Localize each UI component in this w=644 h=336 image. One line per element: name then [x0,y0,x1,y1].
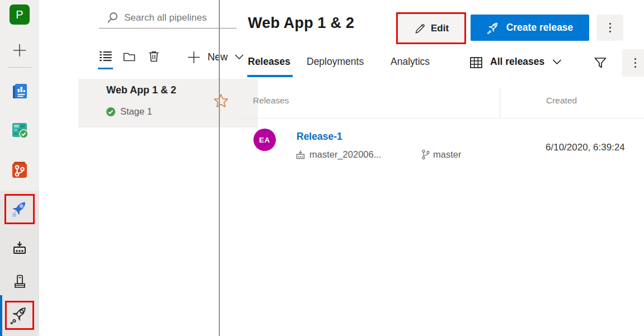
repos-icon[interactable] [10,160,29,179]
search-input[interactable] [124,10,234,26]
pipelines-icon[interactable] [9,198,30,220]
pipelines-list-panel: New Web App 1 & 2 Stage 1 [39,0,219,336]
active-view-underline [98,68,113,69]
pipelines-annotation-box [4,194,35,224]
column-divider[interactable] [500,88,500,119]
column-header-created[interactable]: Created [546,96,577,106]
releases-icon[interactable] [10,305,30,325]
pencil-icon [413,22,425,34]
active-tab-underline [247,75,293,77]
add-project-item-icon[interactable] [12,42,27,58]
library-icon[interactable] [11,273,28,290]
pipeline-list-item[interactable]: Web App 1 & 2 Stage 1 [78,79,258,127]
avatar: EA [253,129,276,151]
artifact-icon [295,150,305,160]
ellipsis-dot [609,23,611,25]
filter-icon[interactable] [593,55,608,70]
folder-view-icon[interactable] [122,49,137,64]
table-grid-icon [469,55,483,70]
rail-divider [8,67,31,68]
trash-icon[interactable] [147,49,161,64]
search-icon [106,11,119,24]
plus-icon [187,50,201,64]
search-underline [99,28,237,29]
created-timestamp: 6/10/2020, 6:39:24 [546,142,625,153]
panel-divider[interactable] [219,0,220,336]
favorite-star-icon[interactable] [213,93,229,108]
header-bottom-border [239,118,644,119]
git-branch-icon [421,149,431,160]
tab-row-more-options-button[interactable] [622,49,644,77]
create-release-label: Create release [506,22,574,34]
project-avatar[interactable]: P [10,4,30,25]
releases-annotation-box [5,301,34,330]
azure-devops-release-page: P [0,0,644,336]
project-nav-rail: P [0,0,39,336]
stage-label: Stage 1 [120,106,152,117]
edit-annotation-box: Edit [396,12,466,44]
view-dropdown-label: All releases [490,56,544,68]
tab-releases[interactable]: Releases [248,56,290,68]
new-pipeline-button[interactable]: New [187,48,257,66]
create-release-button[interactable]: Create release [471,15,589,41]
release-view-dropdown[interactable]: All releases [490,56,562,68]
release-link[interactable]: Release-1 [297,131,342,143]
column-header-releases[interactable]: Releases [253,96,289,106]
boards-icon[interactable] [10,121,29,140]
page-title: Web App 1 & 2 [248,15,354,32]
pipeline-item-title: Web App 1 & 2 [106,84,176,96]
tab-analytics[interactable]: Analytics [391,56,430,68]
chevron-down-icon [552,59,562,65]
environments-icon[interactable] [11,240,28,257]
branch-label: master [433,149,461,160]
selected-nav-indicator [0,295,2,336]
edit-button[interactable]: Edit [398,14,464,42]
rocket-icon [487,21,500,35]
list-view-icon[interactable] [98,48,115,65]
new-button-label: New [208,51,228,63]
overview-icon[interactable] [10,82,29,101]
edit-button-label: Edit [431,23,449,34]
chevron-down-icon [234,54,244,60]
artifact-version-label: master_202006... [309,149,381,160]
tab-deployments[interactable]: Deployments [307,56,364,68]
stage-success-icon [106,107,116,117]
header-more-options-button[interactable] [596,15,623,41]
